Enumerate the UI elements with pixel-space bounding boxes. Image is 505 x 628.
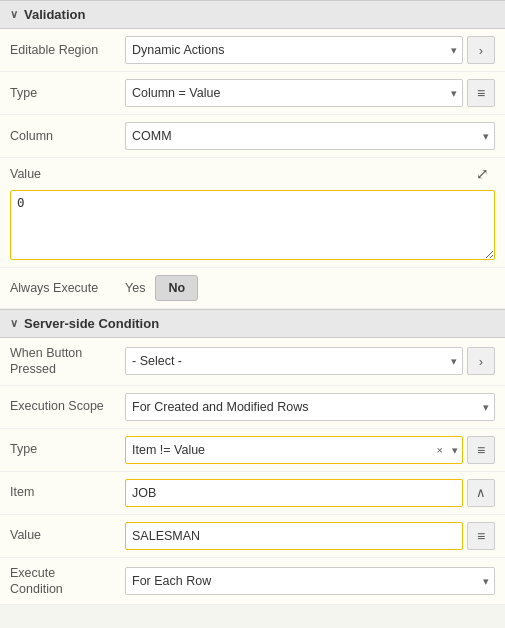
column-label: Column: [10, 128, 125, 144]
when-button-nav-btn[interactable]: ›: [467, 347, 495, 375]
always-execute-row: Always Execute Yes No: [0, 268, 505, 309]
type-row: Type Column = Value ≡: [0, 72, 505, 115]
execute-condition-row: Execute Condition For Each Row: [0, 558, 505, 606]
column-select[interactable]: COMM: [125, 122, 495, 150]
validation-form-area: Editable Region Dynamic Actions › Type C…: [0, 29, 505, 309]
editable-region-select-wrapper: Dynamic Actions: [125, 36, 463, 64]
execution-scope-select-wrapper: For Created and Modified Rows: [125, 393, 495, 421]
value-textarea[interactable]: 0: [10, 190, 495, 260]
item-input[interactable]: [125, 479, 463, 507]
type-condition-controls: Item != Value × ▾ ≡: [125, 436, 495, 464]
type-select-wrapper: Column = Value: [125, 79, 463, 107]
item-nav-btn[interactable]: ∧: [467, 479, 495, 507]
type-select[interactable]: Column = Value: [125, 79, 463, 107]
type-condition-list-icon: ≡: [477, 442, 485, 458]
always-execute-radio-group: Yes No: [125, 275, 198, 301]
column-select-wrapper: COMM: [125, 122, 495, 150]
execution-scope-controls: For Created and Modified Rows: [125, 393, 495, 421]
editable-region-label: Editable Region: [10, 42, 125, 58]
column-row: Column COMM: [0, 115, 505, 158]
type-controls: Column = Value ≡: [125, 79, 495, 107]
value-condition-label: Value: [10, 527, 125, 543]
execute-condition-label: Execute Condition: [10, 565, 125, 598]
execution-scope-row: Execution Scope For Created and Modified…: [0, 386, 505, 429]
item-controls: ∧: [125, 479, 495, 507]
value-textarea-section: Value ⤢ 0: [0, 158, 505, 268]
server-side-form-area: When Button Pressed - Select - › Executi…: [0, 338, 505, 605]
always-execute-no-btn[interactable]: No: [155, 275, 198, 301]
when-button-select[interactable]: - Select -: [125, 347, 463, 375]
editable-region-select[interactable]: Dynamic Actions: [125, 36, 463, 64]
execute-condition-select[interactable]: For Each Row: [125, 567, 495, 595]
validation-section-title: Validation: [24, 7, 85, 22]
execute-condition-select-wrapper: For Each Row: [125, 567, 495, 595]
server-side-section-title: Server-side Condition: [24, 316, 159, 331]
value-label-row: Value ⤢: [10, 162, 495, 186]
type-condition-select[interactable]: Item != Value: [125, 436, 463, 464]
value-textarea-wrap: 0: [10, 190, 495, 263]
validation-section-header[interactable]: ∨ Validation: [0, 0, 505, 29]
editable-region-nav-btn[interactable]: ›: [467, 36, 495, 64]
list-icon: ≡: [477, 85, 485, 101]
execute-condition-controls: For Each Row: [125, 567, 495, 595]
chevron-right-icon: ›: [479, 43, 483, 58]
type-label: Type: [10, 85, 125, 101]
value-condition-list-btn[interactable]: ≡: [467, 522, 495, 550]
when-button-pressed-label: When Button Pressed: [10, 345, 125, 378]
type-condition-list-btn[interactable]: ≡: [467, 436, 495, 464]
editable-region-controls: Dynamic Actions ›: [125, 36, 495, 64]
always-execute-yes-label[interactable]: Yes: [125, 281, 145, 295]
always-execute-label: Always Execute: [10, 280, 125, 296]
when-button-pressed-row: When Button Pressed - Select - ›: [0, 338, 505, 386]
column-controls: COMM: [125, 122, 495, 150]
type-list-btn[interactable]: ≡: [467, 79, 495, 107]
type-condition-select-wrapper: Item != Value × ▾: [125, 436, 463, 464]
type-condition-label: Type: [10, 441, 125, 457]
value-condition-controls: ≡: [125, 522, 495, 550]
value-condition-list-icon: ≡: [477, 528, 485, 544]
execution-scope-select[interactable]: For Created and Modified Rows: [125, 393, 495, 421]
when-button-nav-icon: ›: [479, 354, 483, 369]
when-button-pressed-controls: - Select - ›: [125, 347, 495, 375]
execution-scope-label: Execution Scope: [10, 398, 125, 414]
server-side-section-header[interactable]: ∨ Server-side Condition: [0, 309, 505, 338]
value-condition-row: Value ≡: [0, 515, 505, 558]
editable-region-row: Editable Region Dynamic Actions ›: [0, 29, 505, 72]
item-row: Item ∧: [0, 472, 505, 515]
value-expand-btn[interactable]: ⤢: [469, 162, 495, 186]
validation-chevron-icon: ∨: [10, 8, 18, 21]
item-label: Item: [10, 484, 125, 500]
value-condition-input[interactable]: [125, 522, 463, 550]
server-side-chevron-icon: ∨: [10, 317, 18, 330]
chevron-up-icon: ∧: [476, 485, 486, 500]
value-label: Value: [10, 166, 125, 182]
type-condition-clear-btn[interactable]: ×: [437, 444, 443, 456]
when-button-select-wrapper: - Select -: [125, 347, 463, 375]
type-condition-row: Type Item != Value × ▾ ≡: [0, 429, 505, 472]
